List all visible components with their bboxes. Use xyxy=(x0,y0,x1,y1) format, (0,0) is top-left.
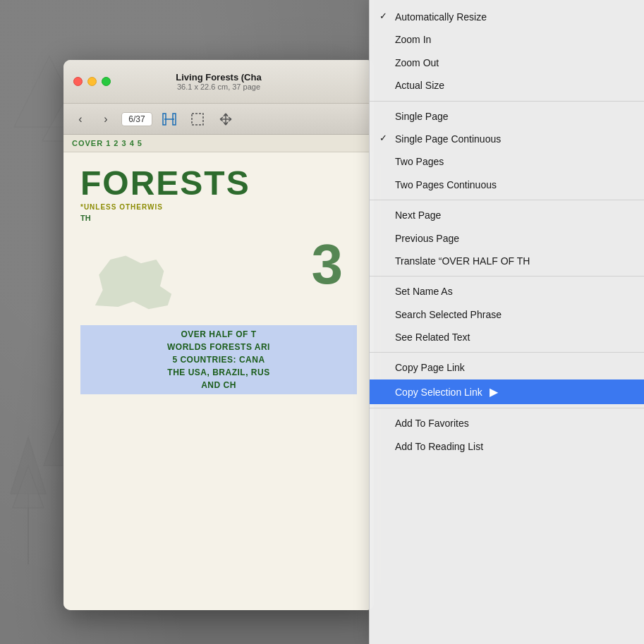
minimize-button[interactable] xyxy=(87,77,97,86)
menu-label-two-pages: Two Pages xyxy=(395,156,444,167)
menu-label-copy-selection-link: Copy Selection Link xyxy=(395,387,482,398)
traffic-lights xyxy=(73,77,111,86)
menu-item-copy-page-link[interactable]: Copy Page Link xyxy=(370,356,644,379)
cursor-pointer-icon: ▶ xyxy=(490,383,498,401)
menu-item-translate[interactable]: Translate “OVER HALF OF TH xyxy=(370,250,644,272)
menu-item-zoom-in[interactable]: Zoom In xyxy=(370,28,644,51)
menu-label-single-page: Single Page xyxy=(395,111,449,122)
separator-4 xyxy=(370,352,644,353)
window-subtitle: 36.1 x 22.6 cm, 37 page xyxy=(176,83,261,91)
move-tool-icon xyxy=(218,111,233,127)
selected-text-line5: AND CH xyxy=(80,379,357,391)
menu-item-single-page-continuous[interactable]: Single Page Continuous xyxy=(370,128,644,150)
menu-label-see-related-text: See Related Text xyxy=(395,332,470,343)
menu-label-add-to-reading-list: Add To Reading List xyxy=(395,441,483,452)
context-menu: Automatically Resize Zoom In Zoom Out Ac… xyxy=(369,0,644,644)
forward-button[interactable]: › xyxy=(96,109,116,129)
menu-item-copy-selection-link[interactable]: Copy Selection Link ▶ xyxy=(370,379,644,405)
selected-text-line2: WORLDS FORESTS ARI xyxy=(80,341,357,353)
separator-2 xyxy=(370,200,644,200)
close-button[interactable] xyxy=(73,77,83,86)
page-content: COVER 1 2 3 4 5 FORESTS *UNLESS OTHERWIS… xyxy=(63,135,374,610)
page-indicator[interactable]: 6/37 xyxy=(121,112,152,126)
text-tool-icon xyxy=(162,111,177,127)
big-number: 3 xyxy=(312,236,344,293)
menu-label-zoom-out: Zoom Out xyxy=(395,57,439,68)
menu-label-zoom-in: Zoom In xyxy=(395,34,431,45)
back-button[interactable]: ‹ xyxy=(71,109,90,129)
menu-item-add-to-favorites[interactable]: Add To Favorites xyxy=(370,412,644,435)
window-title: Living Forests (Cha xyxy=(176,72,261,83)
menu-item-automatically-resize[interactable]: Automatically Resize xyxy=(370,6,644,28)
chevron-left-icon: ‹ xyxy=(78,113,82,126)
selected-text-line3: 5 COUNTRIES: CANA xyxy=(80,353,357,366)
menu-item-two-pages-continuous[interactable]: Two Pages Continuous xyxy=(370,174,644,196)
window-titlebar: Living Forests (Cha 36.1 x 22.6 cm, 37 p… xyxy=(63,60,374,104)
menu-item-two-pages[interactable]: Two Pages xyxy=(370,150,644,173)
menu-label-copy-page-link: Copy Page Link xyxy=(395,362,465,373)
map-silhouette xyxy=(87,243,179,314)
menu-item-previous-page[interactable]: Previous Page xyxy=(370,227,644,250)
menu-label-two-pages-continuous: Two Pages Continuous xyxy=(395,179,497,190)
menu-label-next-page: Next Page xyxy=(395,209,441,221)
page-main: FORESTS *UNLESS OTHERWIS TH 3 OVER HALF … xyxy=(63,152,374,408)
maximize-button[interactable] xyxy=(102,77,111,86)
menu-label-automatically-resize: Automatically Resize xyxy=(395,11,487,23)
page-nav-bar: COVER 1 2 3 4 5 xyxy=(63,135,374,152)
separator-5 xyxy=(370,408,644,408)
title-area: Living Forests (Cha 36.1 x 22.6 cm, 37 p… xyxy=(176,72,261,91)
pdf-viewer-window: Living Forests (Cha 36.1 x 22.6 cm, 37 p… xyxy=(63,60,374,610)
selected-text-line4: THE USA, BRAZIL, RUS xyxy=(80,366,357,379)
svg-rect-9 xyxy=(192,114,203,125)
menu-item-actual-size[interactable]: Actual Size xyxy=(370,74,644,97)
menu-label-translate: Translate “OVER HALF OF TH xyxy=(395,255,530,267)
chevron-right-icon: › xyxy=(104,113,107,126)
menu-label-single-page-continuous: Single Page Continuous xyxy=(395,133,501,145)
selection-tool-icon xyxy=(190,111,205,127)
separator-3 xyxy=(370,276,644,277)
selected-text-block: OVER HALF OF T WORLDS FORESTS ARI 5 COUN… xyxy=(80,325,357,394)
text-select-tool[interactable] xyxy=(158,109,181,129)
subtitle-yellow: *UNLESS OTHERWIS xyxy=(80,203,357,211)
menu-label-add-to-favorites: Add To Favorites xyxy=(395,418,469,429)
move-tool[interactable] xyxy=(214,109,237,129)
selected-text-line1: OVER HALF OF T xyxy=(80,328,357,341)
menu-item-next-page[interactable]: Next Page xyxy=(370,204,644,226)
menu-item-set-name-as[interactable]: Set Name As xyxy=(370,280,644,303)
subtitle-green: TH xyxy=(80,214,357,222)
menu-label-search-selected-phrase: Search Selected Phrase xyxy=(395,309,502,320)
selection-tool[interactable] xyxy=(186,109,209,129)
page-nav-text: COVER 1 2 3 4 5 xyxy=(72,139,142,147)
menu-label-set-name-as: Set Name As xyxy=(395,286,453,297)
menu-label-actual-size: Actual Size xyxy=(395,80,444,91)
menu-item-see-related-text[interactable]: See Related Text xyxy=(370,326,644,348)
separator-1 xyxy=(370,101,644,102)
window-toolbar: ‹ › 6/37 xyxy=(63,104,374,135)
menu-item-single-page[interactable]: Single Page xyxy=(370,105,644,128)
menu-label-previous-page: Previous Page xyxy=(395,233,459,244)
menu-item-add-to-reading-list[interactable]: Add To Reading List xyxy=(370,435,644,458)
menu-item-zoom-out[interactable]: Zoom Out xyxy=(370,51,644,74)
map-area: 3 xyxy=(80,229,357,314)
menu-item-search-selected-phrase[interactable]: Search Selected Phrase xyxy=(370,303,644,326)
forests-title: FORESTS xyxy=(80,166,357,200)
